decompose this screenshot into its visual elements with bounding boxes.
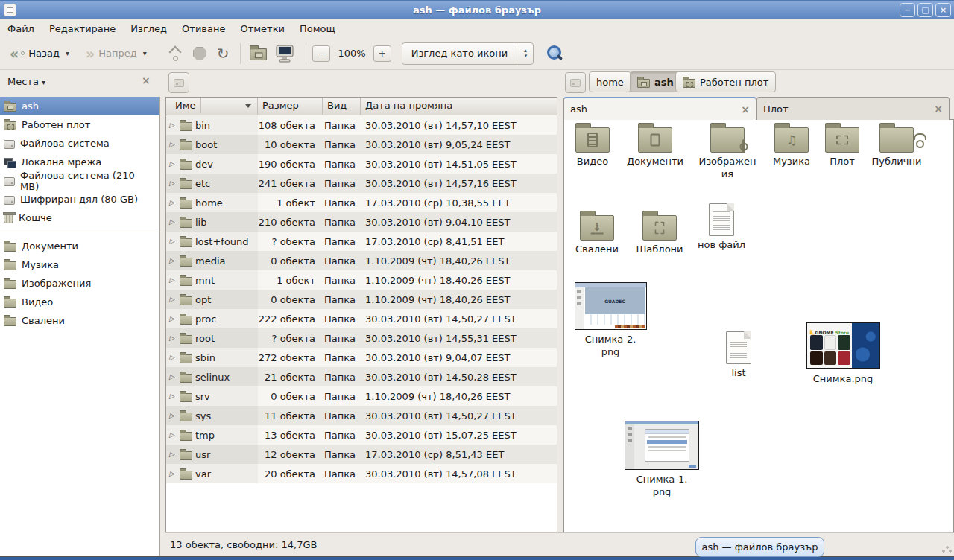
tab-ash[interactable]: ash × xyxy=(563,97,756,120)
icon-documents-folder[interactable]: Документи xyxy=(622,120,688,168)
combo-spinner-icon[interactable]: ▴▾ xyxy=(517,43,533,64)
expander-icon[interactable]: ▷ xyxy=(169,257,177,264)
pathbar-ash-button[interactable]: ash xyxy=(630,71,681,92)
menu-help[interactable]: Помощ xyxy=(292,21,343,36)
computer-button[interactable] xyxy=(270,42,300,66)
sidebar-item-documents[interactable]: Документи xyxy=(0,237,159,255)
search-button[interactable] xyxy=(546,44,563,63)
menu-edit[interactable]: Редактиране xyxy=(42,21,123,36)
expander-icon[interactable]: ▷ xyxy=(169,354,177,361)
zoom-in-button[interactable]: + xyxy=(373,45,391,62)
icon-canvas[interactable]: Видео Документи Изображен ия ♫ Музика Пл… xyxy=(563,120,954,533)
column-header-name[interactable]: Име xyxy=(166,98,258,115)
table-row[interactable]: ▷dev190 обектаПапка30.03.2010 (вт) 14,51… xyxy=(166,154,557,174)
expander-icon[interactable]: ▷ xyxy=(169,160,177,168)
icon-downloads-folder[interactable]: ↓ Свалени xyxy=(565,208,629,255)
icon-snimka1-png[interactable]: Снимка-1. png xyxy=(623,421,701,498)
pathbar-root-button[interactable] xyxy=(565,72,586,93)
expander-icon[interactable]: ▷ xyxy=(169,315,177,322)
column-header-type[interactable]: Вид xyxy=(323,98,361,115)
table-row[interactable]: ▷boot10 обектаПапка30.03.2010 (вт) 9,05,… xyxy=(166,135,557,154)
menu-file[interactable]: Файл xyxy=(0,21,42,36)
icon-desktop-folder[interactable]: Плот xyxy=(814,120,871,168)
icon-templates-folder[interactable]: Шаблони xyxy=(628,208,692,255)
up-button[interactable] xyxy=(162,42,188,65)
table-row[interactable]: ▷etc241 обектаПапка30.03.2010 (вт) 14,57… xyxy=(166,174,557,193)
forward-button[interactable]: » Напред ▾ xyxy=(80,44,152,63)
reload-button[interactable]: ↻ xyxy=(212,42,235,65)
expander-icon[interactable]: ▷ xyxy=(169,412,177,419)
table-row[interactable]: ▷mnt1 обектПапка1.10.2009 (чт) 18,40,26 … xyxy=(166,270,557,290)
expander-icon[interactable]: ▷ xyxy=(169,141,177,148)
left-pane-root-button[interactable] xyxy=(168,72,189,93)
table-row[interactable]: ▷media0 обектаПапка1.10.2009 (чт) 18,40,… xyxy=(166,251,557,270)
places-header[interactable]: Места ▾ xyxy=(7,76,45,87)
table-row[interactable]: ▷opt0 обектаПапка1.10.2009 (чт) 18,40,26… xyxy=(166,290,557,309)
expander-icon[interactable]: ▷ xyxy=(169,334,177,342)
back-dropdown-icon[interactable]: ▾ xyxy=(66,49,69,57)
expander-icon[interactable]: ▷ xyxy=(169,373,177,381)
icon-list-file[interactable]: list xyxy=(707,331,771,379)
table-row[interactable]: ▷home1 обектПапка17.03.2010 (ср) 10,38,5… xyxy=(166,193,557,212)
table-row[interactable]: ▷tmp13 обектаПапка30.03.2010 (вт) 15,07,… xyxy=(166,425,557,445)
column-header-size[interactable]: Размер xyxy=(258,98,323,115)
expander-icon[interactable]: ▷ xyxy=(169,238,177,245)
table-row[interactable]: ▷sys11 обектаПапка30.03.2010 (вт) 14,50,… xyxy=(166,406,557,425)
taskbar-hint[interactable]: ash — файлов браузър xyxy=(695,537,824,557)
icon-snimka2-png[interactable]: GUADEC Снимка-2. png xyxy=(573,282,648,358)
sidebar-item-network[interactable]: Локална мрежа xyxy=(0,153,159,171)
sidebar-item-trash[interactable]: Кошче xyxy=(0,209,159,227)
resize-grip[interactable] xyxy=(941,543,952,553)
maximize-button[interactable]: ▢ xyxy=(917,3,933,17)
table-row[interactable]: ▷usr12 обектаПапка17.03.2010 (ср) 8,51,4… xyxy=(166,445,557,464)
table-row[interactable]: ▷lost+found? обектаПапка17.03.2010 (ср) … xyxy=(166,232,557,251)
menu-go[interactable]: Отиване xyxy=(174,21,233,36)
expander-icon[interactable]: ▷ xyxy=(169,392,177,400)
expander-icon[interactable]: ▷ xyxy=(169,218,177,226)
expander-icon[interactable]: ▷ xyxy=(169,451,177,458)
close-button[interactable]: × xyxy=(935,3,951,17)
expander-icon[interactable]: ▷ xyxy=(169,179,177,187)
menu-bookmarks[interactable]: Отметки xyxy=(233,21,291,36)
expander-icon[interactable]: ▷ xyxy=(169,121,177,129)
view-mode-combobox[interactable]: Изглед като икони ▴▾ xyxy=(402,42,534,65)
expander-icon[interactable]: ▷ xyxy=(169,199,177,206)
sidebar-item-music[interactable]: Музика xyxy=(0,255,159,274)
back-button[interactable]: « Назад ▾ xyxy=(4,44,75,63)
sidebar-item-downloads[interactable]: Свалени xyxy=(0,311,159,330)
table-row[interactable]: ▷bin108 обектаПапка30.03.2010 (вт) 14,57… xyxy=(166,115,557,135)
table-row[interactable]: ▷lib210 обектаПапка30.03.2010 (вт) 9,04,… xyxy=(166,212,557,232)
menu-view[interactable]: Изглед xyxy=(123,21,174,36)
sidebar-item-filesystem-210mb[interactable]: Файлова система (210 MB) xyxy=(0,171,159,190)
table-row[interactable]: ▷var20 обектаПапка30.03.2010 (вт) 14,57,… xyxy=(166,464,557,483)
places-dropdown-icon[interactable]: ▾ xyxy=(42,78,45,86)
table-row[interactable]: ▷proc222 обектаПапка30.03.2010 (вт) 14,5… xyxy=(166,309,557,328)
icon-public-folder[interactable]: Публични xyxy=(865,120,929,168)
column-header-date[interactable]: Дата на промяна xyxy=(361,98,557,115)
pathbar-desktop-button[interactable]: Работен плот xyxy=(675,71,776,92)
icon-video-folder[interactable]: Видео xyxy=(560,120,625,168)
sidebar-item-filesystem[interactable]: Файлова система xyxy=(0,134,159,153)
table-row[interactable]: ▷root? обектаПапка30.03.2010 (вт) 14,55,… xyxy=(166,328,557,348)
tab-close-icon[interactable]: × xyxy=(741,104,750,115)
pathbar-home-button[interactable]: home xyxy=(589,71,631,92)
sidebar-item-desktop[interactable]: Работен плот xyxy=(0,115,159,134)
expander-icon[interactable]: ▷ xyxy=(169,296,177,303)
home-button[interactable] xyxy=(247,45,270,62)
zoom-out-button[interactable]: − xyxy=(312,45,330,62)
tab-close-icon[interactable]: × xyxy=(934,103,943,115)
minimize-button[interactable]: − xyxy=(900,3,915,17)
icon-snimka-png[interactable]: 🦶GNOME Store Снимка.png xyxy=(804,322,882,385)
expander-icon[interactable]: ▷ xyxy=(169,470,177,477)
tab-desktop[interactable]: Плот × xyxy=(756,97,950,120)
sidebar-item-home[interactable]: ash xyxy=(0,97,159,115)
expander-icon[interactable]: ▷ xyxy=(169,276,177,284)
sidebar-item-video[interactable]: Видео xyxy=(0,293,159,311)
table-row[interactable]: ▷srv0 обектаПапка1.10.2009 (чт) 18,40,26… xyxy=(166,386,557,406)
icon-pictures-folder[interactable]: Изображен ия xyxy=(695,120,760,180)
sidebar-item-encrypted[interactable]: Шифриран дял (80 GB) xyxy=(0,190,159,209)
expander-icon[interactable]: ▷ xyxy=(169,431,177,439)
sidebar-item-pictures[interactable]: Изображения xyxy=(0,274,159,293)
table-row[interactable]: ▷sbin272 обектаПапка30.03.2010 (вт) 9,04… xyxy=(166,348,557,367)
icon-new-file[interactable]: нов файл xyxy=(689,203,754,251)
